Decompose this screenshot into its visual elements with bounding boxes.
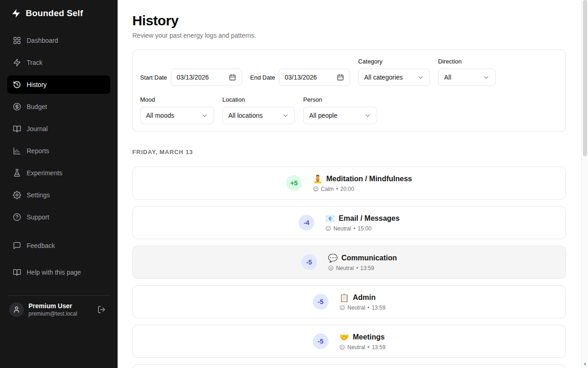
sidebar-item-track[interactable]: Track <box>7 53 110 72</box>
sidebar-item-settings[interactable]: Settings <box>7 186 110 204</box>
person-select[interactable]: All people <box>303 107 377 124</box>
mood-select[interactable]: All moods <box>140 107 214 124</box>
category-emoji: 📧 <box>325 214 335 224</box>
category-label: Category <box>358 58 430 65</box>
entry-meta: 😐Neutral•13:59 <box>339 305 385 311</box>
category-value: All categories <box>364 74 403 81</box>
entry-text: 📋Admin😐Neutral•13:59 <box>339 293 385 311</box>
dot-separator: • <box>356 265 358 271</box>
logout-icon[interactable] <box>97 305 108 314</box>
category-select[interactable]: All categories <box>358 69 430 86</box>
entry-time: 13:59 <box>360 265 374 271</box>
mood-value: All moods <box>146 112 174 119</box>
entry-inner: -4📧Email / Messages😐Neutral•15:00 <box>299 214 400 232</box>
sidebar-item-budget[interactable]: Budget <box>7 98 110 116</box>
entry-card-communication[interactable]: -5💬Communication😐Neutral•13:59 <box>132 246 566 279</box>
user-section: Premium User premium@test.local <box>7 295 110 317</box>
entry-meta: 😐Neutral•13:59 <box>339 344 385 351</box>
entry-card-partial[interactable] <box>132 364 566 368</box>
sidebar-item-label: Journal <box>27 125 48 132</box>
energy-score-badge: +5 <box>286 175 302 191</box>
calendar-icon[interactable] <box>337 74 344 81</box>
mood-label: Neutral <box>347 305 365 311</box>
chevron-down-icon <box>417 74 424 81</box>
start-date-input[interactable]: 03/13/2026 <box>171 69 242 86</box>
dot-separator: • <box>368 305 369 311</box>
direction-filter: Direction All <box>438 58 496 86</box>
page-title: History <box>132 13 566 29</box>
entry-card-meditation-mindfulness[interactable]: +5🧘Meditation / Mindfulness😌Calm•20:00 <box>132 167 566 200</box>
entry-card-admin[interactable]: -5📋Admin😐Neutral•13:59 <box>132 285 566 318</box>
sidebar-item-label: Feedback <box>27 242 55 249</box>
energy-score-badge: -4 <box>299 215 314 230</box>
sidebar-item-support[interactable]: Support <box>7 208 110 226</box>
zap-icon <box>13 58 21 67</box>
sidebar-item-experiments[interactable]: Experiments <box>7 164 110 182</box>
sidebar-item-help-with-this-page[interactable]: Help with this page <box>7 263 110 282</box>
entry-title-row: 📧Email / Messages <box>325 214 400 224</box>
person-filter: Person All people <box>303 96 377 124</box>
scrollbar[interactable]: ▼ <box>581 0 588 368</box>
entry-title-row: 🤝Meetings <box>339 333 385 342</box>
sidebar-item-journal[interactable]: Journal <box>7 120 110 138</box>
history-icon <box>13 80 21 89</box>
sidebar-item-feedback[interactable]: Feedback <box>7 236 110 255</box>
mood-emoji: 😌 <box>313 186 319 192</box>
location-filter: Location All locations <box>222 96 295 124</box>
start-date-value: 03/13/2026 <box>177 74 209 81</box>
entry-inner: -5🤝Meetings😐Neutral•13:59 <box>313 333 385 351</box>
sidebar-nav-secondary: FeedbackHelp with this page <box>7 236 110 290</box>
scrollbar-down-arrow-icon[interactable]: ▼ <box>582 361 588 368</box>
sidebar-item-dashboard[interactable]: Dashboard <box>7 31 110 50</box>
entry-text: 🧘Meditation / Mindfulness😌Calm•20:00 <box>313 174 412 192</box>
entry-inner: -5💬Communication😐Neutral•13:59 <box>301 253 397 271</box>
sidebar-item-history[interactable]: History <box>7 75 110 94</box>
entry-list: +5🧘Meditation / Mindfulness😌Calm•20:00-4… <box>132 167 566 358</box>
budget-icon <box>13 103 21 111</box>
sidebar-item-label: Dashboard <box>27 37 58 44</box>
sidebar-item-label: Budget <box>27 103 47 110</box>
help-icon <box>13 213 21 221</box>
app-logo: Bounded Self <box>7 7 110 19</box>
location-select[interactable]: All locations <box>222 107 295 124</box>
sidebar-item-reports[interactable]: Reports <box>7 142 110 160</box>
sidebar-item-label: Settings <box>27 191 50 199</box>
filter-row-2: Mood All moods Location All locations <box>140 96 558 124</box>
entry-title: Email / Messages <box>339 214 400 223</box>
chevron-down-icon <box>483 74 490 81</box>
page-subtitle: Review your past energy logs and pattern… <box>132 32 566 39</box>
entry-inner: +5🧘Meditation / Mindfulness😌Calm•20:00 <box>286 174 412 192</box>
user-row: Premium User premium@test.local <box>9 302 108 317</box>
scrollbar-thumb[interactable] <box>583 0 587 156</box>
sidebar-item-label: Reports <box>27 147 49 155</box>
direction-select[interactable]: All <box>438 69 496 86</box>
entry-title: Meditation / Mindfulness <box>326 175 412 183</box>
entry-text: 🤝Meetings😐Neutral•13:59 <box>339 333 385 351</box>
entry-inner: -5📋Admin😐Neutral•13:59 <box>313 293 385 311</box>
book-icon <box>13 268 21 276</box>
start-date-filter: Start Date 03/13/2026 <box>140 69 242 86</box>
mood-label: Neutral <box>334 225 351 232</box>
entry-title: Meetings <box>353 333 384 341</box>
entry-title-row: 🧘Meditation / Mindfulness <box>313 174 412 184</box>
end-date-input[interactable]: 03/13/2026 <box>279 69 350 86</box>
entry-card-meetings[interactable]: -5🤝Meetings😐Neutral•13:59 <box>132 325 566 358</box>
dot-separator: • <box>336 186 338 192</box>
entry-card-email-messages[interactable]: -4📧Email / Messages😐Neutral•15:00 <box>132 206 566 239</box>
energy-score-badge: -5 <box>313 294 328 310</box>
app-name: Bounded Self <box>26 8 83 18</box>
entry-title-row: 💬Communication <box>328 253 397 263</box>
energy-score-badge: -5 <box>301 254 317 270</box>
end-date-filter: End Date 03/13/2026 <box>250 69 350 86</box>
sidebar-item-label: Support <box>27 213 49 221</box>
chevron-down-icon <box>282 112 289 119</box>
calendar-icon[interactable] <box>229 74 236 81</box>
entry-meta: 😐Neutral•15:00 <box>325 225 400 232</box>
entry-text: 💬Communication😐Neutral•13:59 <box>328 253 397 271</box>
gear-icon <box>13 191 21 199</box>
end-date-value: 03/13/2026 <box>285 74 317 81</box>
entry-meta: 😐Neutral•13:59 <box>328 265 397 271</box>
reports-icon <box>13 147 21 155</box>
user-name: Premium User <box>28 302 77 310</box>
sidebar-item-label: History <box>27 81 47 88</box>
